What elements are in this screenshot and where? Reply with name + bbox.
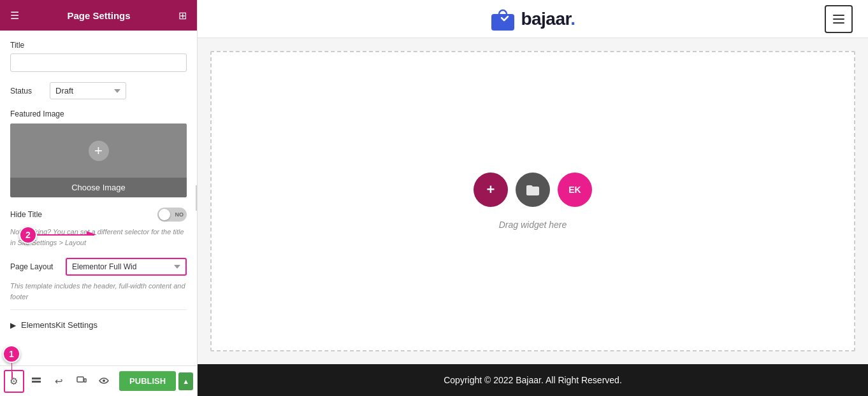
svg-rect-3 — [84, 379, 86, 382]
settings-icon: ⚙ — [10, 376, 18, 387]
logo-word: bajaar — [521, 9, 570, 29]
hamburger-icon[interactable]: ☰ — [10, 10, 19, 22]
sidebar: ☰ Page Settings ⊞ Title Status Draft Pub… — [0, 0, 198, 396]
logo-dot: . — [570, 9, 575, 29]
add-widget-button[interactable]: + — [474, 173, 508, 207]
hamburger-menu-button[interactable] — [825, 5, 853, 33]
menu-line-3 — [833, 22, 844, 24]
elementskit-section: ▶ ElementsKit Settings — [10, 309, 187, 332]
footer-copyright: Copyright © 2022 Bajaar. All Right Reser… — [444, 375, 622, 385]
featured-image-group: Featured Image + Choose Image — [10, 110, 187, 197]
publish-button[interactable]: PUBLISH — [119, 371, 176, 391]
menu-line-2 — [833, 18, 844, 20]
main-content: bajaar. + — [198, 0, 868, 396]
footer-bar: Copyright © 2022 Bajaar. All Right Reser… — [198, 364, 868, 396]
hide-title-hint: Not working? You can set a different sel… — [10, 227, 187, 248]
choose-image-button[interactable]: Choose Image — [10, 178, 187, 197]
elementskit-arrow-icon: ▶ — [10, 321, 16, 330]
eye-icon — [99, 376, 109, 386]
history-icon: ↩ — [55, 376, 63, 387]
logo-area: bajaar. — [490, 5, 575, 33]
grid-icon[interactable]: ⊞ — [178, 10, 187, 22]
title-input[interactable] — [10, 53, 187, 72]
sidebar-title: Page Settings — [67, 10, 130, 21]
layout-hint-text: This template includes the header, full-… — [10, 281, 187, 302]
hide-title-label: Hide Title — [10, 210, 42, 219]
hide-title-toggle[interactable]: NO — [157, 208, 187, 222]
sidebar-header: ☰ Page Settings ⊞ — [0, 0, 197, 31]
svg-rect-0 — [32, 378, 41, 379]
status-select[interactable]: Draft Published Private — [50, 82, 126, 99]
settings-button[interactable]: ⚙ — [4, 370, 24, 393]
sidebar-content: Title Status Draft Published Private Fea… — [0, 31, 197, 365]
menu-line-1 — [833, 15, 844, 16]
logo-text: bajaar. — [521, 9, 575, 29]
image-picker-area: + — [10, 124, 187, 178]
ek-widget-button[interactable]: EK — [558, 173, 592, 207]
toggle-no-label: NO — [175, 211, 184, 218]
image-picker[interactable]: + Choose Image — [10, 124, 187, 197]
widget-actions: + EK — [474, 173, 592, 207]
elementskit-label: ElementsKit Settings — [21, 320, 98, 330]
main-header: bajaar. — [198, 0, 868, 38]
responsive-icon — [76, 375, 87, 387]
featured-image-label: Featured Image — [10, 110, 187, 118]
drag-hint: Drag widget here — [499, 220, 567, 230]
title-label: Title — [10, 41, 187, 50]
status-row: Status Draft Published Private — [10, 82, 187, 99]
layers-button[interactable] — [27, 370, 47, 393]
title-field-group: Title — [10, 41, 187, 72]
page-layout-row: Page Layout Elementor Full Wid Default F… — [10, 258, 187, 276]
add-image-icon: + — [89, 141, 109, 161]
logo-bag-icon — [490, 5, 516, 33]
toggle-thumb — [159, 209, 170, 220]
elementskit-header[interactable]: ▶ ElementsKit Settings — [10, 318, 187, 332]
folder-widget-button[interactable] — [516, 173, 550, 207]
drop-zone[interactable]: + EK Drag widget here — [210, 51, 855, 351]
svg-rect-7 — [491, 14, 514, 31]
svg-rect-1 — [32, 381, 41, 383]
preview-button[interactable] — [94, 370, 114, 393]
sidebar-footer: ⚙ ↩ — [0, 365, 197, 396]
folder-icon — [526, 183, 540, 196]
layers-icon — [31, 375, 41, 387]
history-button[interactable]: ↩ — [49, 370, 69, 393]
page-layout-label: Page Layout — [10, 262, 58, 271]
hide-title-row: Hide Title NO — [10, 208, 187, 222]
publish-arrow-button[interactable]: ▲ — [178, 372, 193, 390]
status-label: Status — [10, 87, 42, 95]
collapse-handle[interactable]: ‹ — [196, 185, 198, 211]
svg-point-4 — [103, 379, 105, 382]
canvas-area: + EK Drag widget here — [198, 38, 868, 364]
svg-rect-2 — [77, 377, 83, 382]
responsive-button[interactable] — [71, 370, 91, 393]
page-layout-select[interactable]: Elementor Full Wid Default Full Width — [66, 258, 187, 276]
